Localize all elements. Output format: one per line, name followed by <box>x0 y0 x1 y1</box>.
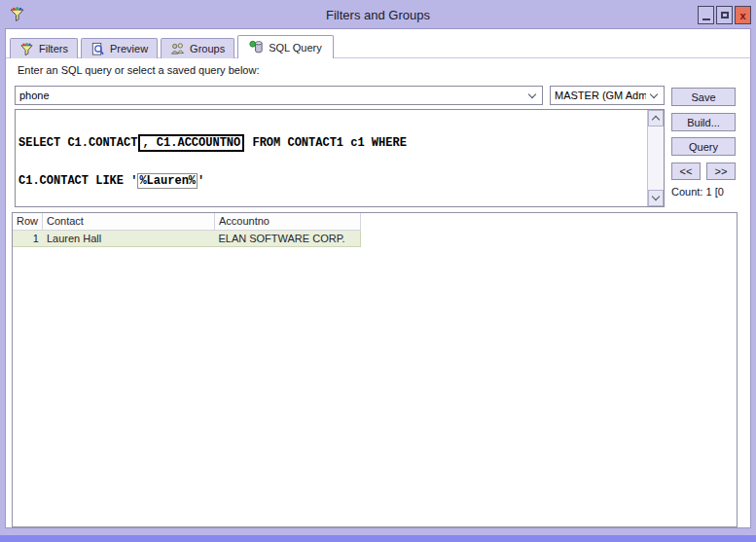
app-funnel-icon <box>9 6 25 23</box>
minimize-icon <box>702 18 710 20</box>
cell-accountno: ELAN SOFTWARE CORP. <box>214 231 360 246</box>
user-combobox[interactable]: MASTER (GM Admin) <box>550 86 665 105</box>
maximize-button[interactable] <box>716 6 733 24</box>
tab-label: Groups <box>190 43 225 54</box>
query-button[interactable]: Query <box>671 137 736 156</box>
maximize-icon <box>721 12 729 18</box>
sql-instruction-label: Enter an SQL query or select a saved que… <box>18 64 259 76</box>
minimize-button[interactable] <box>698 6 714 24</box>
cell-row-number: 1 <box>13 231 43 246</box>
tab-label: Preview <box>110 43 148 54</box>
window-title: Filters and Groups <box>0 8 756 22</box>
saved-query-combobox[interactable]: phone <box>15 86 543 105</box>
column-header-contact[interactable]: Contact <box>43 213 215 231</box>
tab-label: Filters <box>39 43 68 54</box>
tab-filters[interactable]: Filters <box>10 38 78 58</box>
user-value: MASTER (GM Admin) <box>555 90 646 101</box>
count-label: Count: 1 [0 <box>671 186 724 198</box>
scroll-up-button[interactable] <box>648 110 664 126</box>
sql-database-icon <box>249 40 264 54</box>
tab-groups[interactable]: Groups <box>161 38 234 58</box>
column-header-accountno[interactable]: Accountno <box>215 213 361 231</box>
chevron-down-icon <box>650 90 658 97</box>
tab-label: SQL Query <box>269 42 322 54</box>
results-header: Row Contact Accountno <box>13 213 737 231</box>
close-button[interactable]: x <box>735 6 751 24</box>
chevron-down-icon <box>528 90 536 97</box>
build-button[interactable]: Build... <box>671 113 736 131</box>
close-icon: x <box>739 10 745 21</box>
scroll-down-icon <box>652 193 660 200</box>
window-bottom-edge <box>0 535 756 542</box>
scroll-up-icon <box>652 116 660 124</box>
tab-preview[interactable]: Preview <box>81 38 158 58</box>
tab-sql-query[interactable]: SQL Query <box>237 35 334 58</box>
like-pattern-box: %Lauren% <box>137 173 198 189</box>
next-record-button[interactable]: >> <box>706 163 736 180</box>
save-button[interactable]: Save <box>671 88 736 106</box>
filter-funnel-icon <box>19 42 34 56</box>
cell-contact: Lauren Hall <box>43 231 215 246</box>
filters-and-groups-window: Filters and Groups x Filters <box>0 0 756 542</box>
window-controls: x <box>698 6 751 24</box>
sql-query-textarea[interactable]: SELECT C1.CONTACT, C1.ACCOUNTNO FROM CON… <box>15 109 665 207</box>
sql-line-2: C1.CONTACT LIKE '%Lauren%' <box>18 175 644 188</box>
preview-document-icon <box>90 42 105 56</box>
selected-field-box: , C1.ACCOUNTNO <box>138 134 244 152</box>
result-row[interactable]: 1 Lauren Hall ELAN SOFTWARE CORP. <box>13 231 361 247</box>
column-header-row[interactable]: Row <box>13 213 43 231</box>
sql-line-1: SELECT C1.CONTACT, C1.ACCOUNTNO FROM CON… <box>18 137 644 150</box>
scroll-down-button[interactable] <box>648 190 664 206</box>
saved-query-value: phone <box>19 90 524 101</box>
results-listbox[interactable]: Row Contact Accountno 1 Lauren Hall ELAN… <box>12 212 738 527</box>
sql-query-text: SELECT C1.CONTACT, C1.ACCOUNTNO FROM CON… <box>18 112 644 204</box>
title-bar[interactable]: Filters and Groups x <box>0 0 756 29</box>
previous-record-button[interactable]: << <box>671 163 701 180</box>
tab-strip: Filters Preview Groups <box>10 36 334 58</box>
sql-scrollbar[interactable] <box>647 110 664 206</box>
groups-people-icon <box>170 42 185 56</box>
